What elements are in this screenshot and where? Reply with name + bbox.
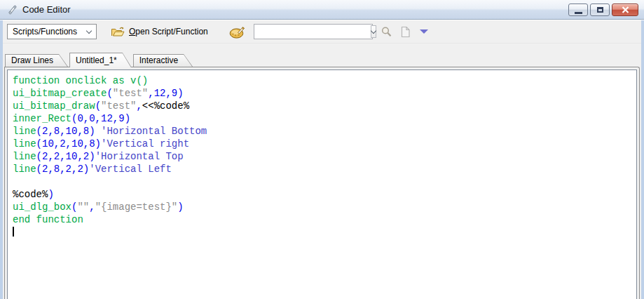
palette-button[interactable] — [229, 25, 245, 39]
chevron-down-icon — [370, 27, 376, 33]
code-line: ui_dlg_box("","{image=test}") — [13, 201, 633, 213]
code-line — [13, 226, 633, 239]
code-line: end function — [13, 213, 633, 226]
code-editor-window: Code Editor Scripts/Functions — [0, 0, 644, 299]
tab-interactive[interactable]: Interactive — [133, 54, 193, 67]
search-dropdown-button[interactable] — [371, 25, 376, 38]
scroll-icon — [6, 4, 18, 15]
page-icon — [400, 26, 411, 38]
scripts-functions-value: Scripts/Functions — [13, 27, 77, 36]
toolbar: Scripts/Functions Open Script/Function — [3, 20, 641, 44]
open-folder-icon — [111, 26, 125, 37]
code-line: ui_bitmap_draw("test",<<%code% — [13, 100, 633, 112]
code-line: inner_Rect(0,0,12,9) — [13, 112, 633, 125]
code-line: line(2,8,2,2)'Vertical Left — [13, 163, 633, 175]
window-controls — [568, 4, 638, 16]
tab-strip: Draw LinesUntitled_1*Interactive — [5, 53, 194, 67]
new-document-button[interactable] — [400, 26, 411, 38]
code-line — [13, 175, 633, 188]
window-body: Scripts/Functions Open Script/Function — [0, 20, 644, 299]
find-button[interactable] — [381, 26, 392, 38]
tab-label: Untitled_1* — [70, 53, 131, 67]
code-line: function onclick as v() — [13, 74, 633, 87]
tab-untitled-1[interactable]: Untitled_1* — [69, 53, 132, 67]
search-icon — [381, 26, 392, 38]
minimize-icon — [575, 12, 582, 14]
code-line: line(2,8,10,8) 'Horizontal Bottom — [13, 125, 633, 138]
restore-button[interactable] — [590, 4, 610, 16]
open-button-label: Open Script/Function — [129, 27, 208, 36]
search-combobox — [254, 24, 373, 39]
search-input[interactable] — [254, 25, 370, 39]
open-script-function-button[interactable]: Open Script/Function — [108, 25, 211, 39]
text-caret — [13, 227, 14, 237]
dropdown-arrow-icon — [420, 29, 428, 34]
code-line: %code%) — [13, 188, 633, 201]
tab-label: Draw Lines — [6, 55, 67, 67]
close-button[interactable] — [612, 4, 638, 16]
chevron-down-icon — [86, 27, 92, 33]
scripts-functions-dropdown[interactable]: Scripts/Functions — [7, 24, 97, 39]
tab-panel: function onclick as v()ui_bitmap_create(… — [4, 67, 640, 299]
code-line: line(2,2,10,2)'Horizontal Top — [13, 150, 633, 163]
tab-draw-lines[interactable]: Draw Lines — [5, 54, 68, 67]
close-icon — [622, 6, 629, 13]
title-bar: Code Editor — [0, 0, 644, 20]
code-line: ui_bitmap_create("test",12,9) — [13, 87, 633, 100]
minimize-button[interactable] — [568, 4, 588, 16]
palette-icon — [229, 25, 245, 39]
tab-label: Interactive — [134, 55, 192, 67]
code-line: line(10,2,10,8)'Vertical right — [13, 138, 633, 150]
restore-icon — [597, 7, 603, 13]
code-area[interactable]: function onclick as v()ui_bitmap_create(… — [7, 69, 637, 299]
more-options-button[interactable] — [420, 29, 428, 34]
window-title: Code Editor — [22, 4, 71, 15]
